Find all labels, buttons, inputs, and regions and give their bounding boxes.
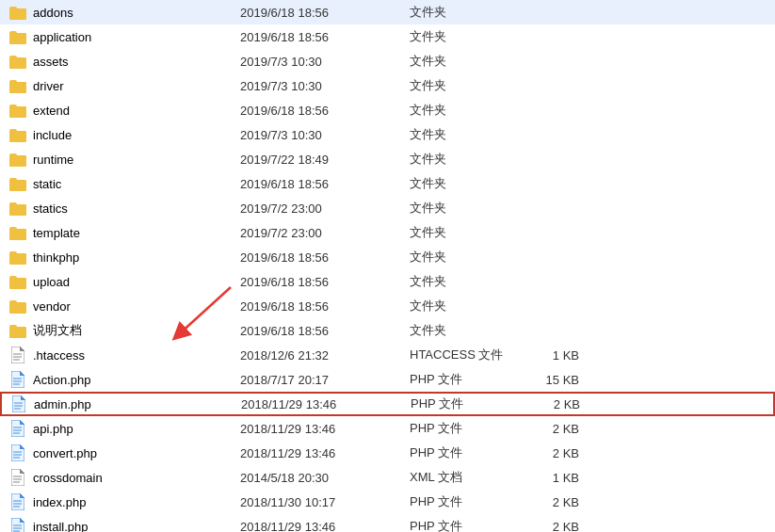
file-date: 2019/6/18 18:56 bbox=[240, 104, 410, 118]
file-icon bbox=[8, 150, 27, 169]
svg-marker-43 bbox=[11, 420, 24, 437]
list-item[interactable]: 说明文档 2019/6/18 18:56 文件夹 bbox=[0, 318, 775, 343]
file-type: 文件夹 bbox=[410, 126, 523, 143]
file-type: 文件夹 bbox=[410, 298, 523, 314]
list-item[interactable]: runtime 2019/7/22 18:49 文件夹 bbox=[0, 147, 775, 171]
file-name: crossdomain bbox=[33, 471, 240, 485]
file-icon bbox=[8, 419, 27, 438]
file-date: 2019/7/3 10:30 bbox=[240, 79, 410, 93]
file-name: runtime bbox=[33, 153, 240, 167]
svg-rect-13 bbox=[9, 153, 17, 158]
file-icon bbox=[8, 101, 27, 120]
file-icon bbox=[8, 297, 27, 315]
svg-rect-15 bbox=[9, 178, 17, 183]
file-type: 文件夹 bbox=[410, 4, 523, 21]
list-item[interactable]: .htaccess 2018/12/6 21:32 HTACCESS 文件 1 … bbox=[0, 343, 775, 367]
svg-marker-54 bbox=[20, 469, 24, 474]
file-type: 文件夹 bbox=[410, 322, 523, 339]
list-item[interactable]: application 2019/6/18 18:56 文件夹 bbox=[0, 24, 775, 49]
file-icon bbox=[8, 370, 27, 389]
file-name: extend bbox=[33, 104, 240, 118]
file-date: 2018/12/6 21:32 bbox=[240, 348, 410, 363]
file-name: thinkphp bbox=[33, 250, 240, 265]
file-date: 2018/7/17 20:17 bbox=[240, 373, 410, 387]
file-name: template bbox=[33, 226, 240, 240]
file-type: 文件夹 bbox=[410, 200, 523, 217]
file-name: driver bbox=[33, 79, 240, 93]
file-type: PHP 文件 bbox=[410, 493, 523, 510]
file-type: PHP 文件 bbox=[410, 444, 523, 461]
file-date: 2018/11/29 13:46 bbox=[240, 520, 410, 533]
file-date: 2018/11/29 13:46 bbox=[240, 446, 410, 460]
file-type: 文件夹 bbox=[410, 28, 523, 45]
file-date: 2019/7/22 18:49 bbox=[240, 153, 410, 167]
file-icon bbox=[8, 272, 27, 291]
file-date: 2018/11/30 10:17 bbox=[240, 495, 410, 509]
file-type: HTACCESS 文件 bbox=[410, 347, 523, 363]
file-date: 2019/6/18 18:56 bbox=[240, 177, 410, 191]
file-name: api.php bbox=[33, 422, 240, 436]
list-item[interactable]: api.php 2018/11/29 13:46 PHP 文件 2 KB bbox=[0, 416, 775, 441]
list-item[interactable]: statics 2019/7/2 23:00 文件夹 bbox=[0, 196, 775, 220]
file-date: 2014/5/18 20:30 bbox=[240, 471, 410, 485]
svg-rect-21 bbox=[9, 251, 17, 256]
file-name: admin.php bbox=[34, 397, 241, 411]
svg-rect-11 bbox=[9, 129, 17, 134]
file-name: vendor bbox=[33, 299, 240, 314]
file-icon bbox=[8, 199, 27, 218]
file-name: upload bbox=[33, 275, 240, 289]
svg-marker-58 bbox=[11, 493, 24, 510]
svg-marker-59 bbox=[20, 493, 24, 498]
svg-marker-38 bbox=[12, 395, 25, 412]
list-item[interactable]: Action.php 2018/7/17 20:17 PHP 文件 15 KB bbox=[0, 367, 775, 392]
file-name: assets bbox=[33, 55, 240, 69]
file-date: 2018/11/29 13:46 bbox=[241, 397, 411, 411]
svg-rect-19 bbox=[9, 227, 17, 232]
list-item[interactable]: addons 2019/6/18 18:56 文件夹 bbox=[0, 0, 775, 24]
file-icon bbox=[8, 174, 27, 193]
list-item[interactable]: upload 2019/6/18 18:56 文件夹 bbox=[0, 269, 775, 294]
list-item[interactable]: template 2019/7/2 23:00 文件夹 bbox=[0, 220, 775, 245]
list-item[interactable]: admin.php 2018/11/29 13:46 PHP 文件 2 KB bbox=[0, 392, 775, 416]
list-item[interactable]: static 2019/6/18 18:56 文件夹 bbox=[0, 171, 775, 196]
svg-rect-3 bbox=[9, 31, 17, 36]
file-list-wrapper: addons 2019/6/18 18:56 文件夹 application 2… bbox=[0, 0, 775, 532]
list-item[interactable]: index.php 2018/11/30 10:17 PHP 文件 2 KB bbox=[0, 490, 775, 514]
file-name: .htaccess bbox=[33, 348, 240, 363]
file-icon bbox=[8, 321, 27, 340]
file-type: PHP 文件 bbox=[410, 518, 523, 532]
file-date: 2019/7/3 10:30 bbox=[240, 128, 410, 142]
file-name: include bbox=[33, 128, 240, 142]
svg-marker-53 bbox=[11, 469, 24, 486]
list-item[interactable]: install.php 2018/11/29 13:46 PHP 文件 2 KB bbox=[0, 514, 775, 532]
file-date: 2019/7/3 10:30 bbox=[240, 55, 410, 69]
file-icon bbox=[8, 52, 27, 71]
list-item[interactable]: extend 2019/6/18 18:56 文件夹 bbox=[0, 98, 775, 122]
file-icon bbox=[8, 125, 27, 144]
file-type: 文件夹 bbox=[410, 102, 523, 119]
list-item[interactable]: thinkphp 2019/6/18 18:56 文件夹 bbox=[0, 245, 775, 269]
list-item[interactable]: include 2019/7/3 10:30 文件夹 bbox=[0, 122, 775, 147]
list-item[interactable]: assets 2019/7/3 10:30 文件夹 bbox=[0, 49, 775, 73]
svg-rect-23 bbox=[9, 276, 17, 281]
file-date: 2019/7/2 23:00 bbox=[240, 202, 410, 216]
file-type: 文件夹 bbox=[410, 77, 523, 94]
file-type: PHP 文件 bbox=[410, 420, 523, 437]
file-icon bbox=[8, 27, 27, 46]
file-name: Action.php bbox=[33, 373, 240, 387]
list-item[interactable]: crossdomain 2014/5/18 20:30 XML 文档 1 KB bbox=[0, 465, 775, 490]
file-type: 文件夹 bbox=[410, 53, 523, 70]
file-type: 文件夹 bbox=[410, 273, 523, 290]
file-name: install.php bbox=[33, 520, 240, 533]
file-icon bbox=[8, 346, 27, 364]
file-size: 1 KB bbox=[523, 471, 579, 485]
file-name: 说明文档 bbox=[33, 322, 240, 339]
list-item[interactable]: vendor 2019/6/18 18:56 文件夹 bbox=[0, 294, 775, 318]
list-item[interactable]: convert.php 2018/11/29 13:46 PHP 文件 2 KB bbox=[0, 441, 775, 465]
svg-rect-7 bbox=[9, 80, 17, 85]
file-size: 2 KB bbox=[523, 495, 579, 509]
file-icon bbox=[8, 517, 27, 532]
svg-rect-25 bbox=[9, 300, 17, 305]
list-item[interactable]: driver 2019/7/3 10:30 文件夹 bbox=[0, 73, 775, 98]
file-type: 文件夹 bbox=[410, 175, 523, 192]
